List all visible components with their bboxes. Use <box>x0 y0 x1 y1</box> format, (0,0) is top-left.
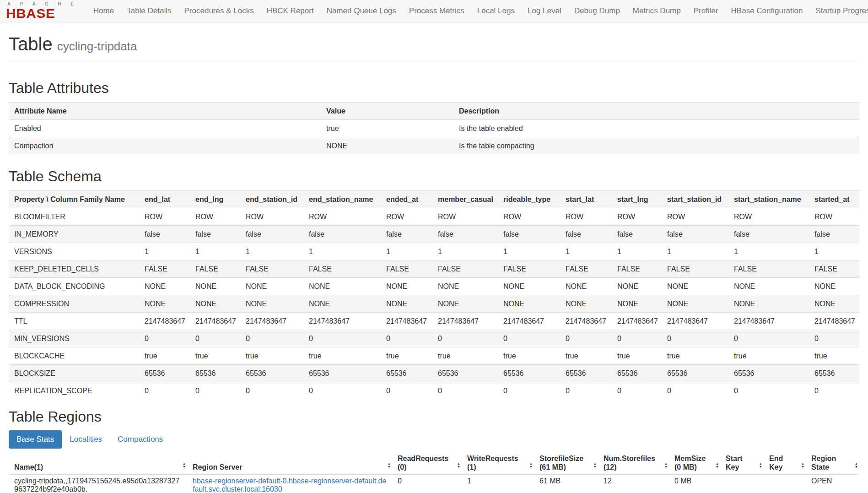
sort-icon[interactable]: ▲▼ <box>593 462 597 468</box>
table-cell: true <box>498 347 560 364</box>
table-cell: ROW <box>809 208 859 225</box>
column-header-label: Region State <box>811 455 836 471</box>
sort-icon[interactable]: ▲▼ <box>716 462 719 468</box>
column-header[interactable]: WriteRequests (1)▲▼ <box>462 452 534 475</box>
column-header[interactable]: ReadRequests (0)▲▼ <box>392 452 462 475</box>
column-header: end_lat <box>139 190 190 208</box>
table-row: IN_MEMORYfalsefalsefalsefalsefalsefalsef… <box>9 225 859 243</box>
nav-item-home[interactable]: Home <box>87 6 120 16</box>
sort-icon[interactable]: ▲▼ <box>664 462 668 468</box>
table-cell: ROW <box>728 208 809 225</box>
table-cell: Compaction <box>9 137 321 154</box>
table-cell: Is the table compacting <box>453 137 859 154</box>
column-header[interactable]: End Key▲▼ <box>764 452 806 475</box>
column-header[interactable]: Start Key▲▼ <box>720 452 764 475</box>
column-header: Value <box>321 102 453 119</box>
table-cell: 0 <box>240 382 303 399</box>
region-name: cycling-tripdata,,1719475156245.e95d0a13… <box>9 475 187 493</box>
table-cell: 2147483647 <box>728 312 809 330</box>
table-cell: 1 <box>662 243 728 260</box>
sort-icon[interactable]: ▲▼ <box>759 462 762 468</box>
column-header: start_station_id <box>662 190 728 208</box>
nav-item-procedures-locks[interactable]: Procedures & Locks <box>178 6 260 16</box>
nav-item-startup-progress[interactable]: Startup Progress <box>809 6 868 16</box>
table-cell: 0 <box>728 330 809 347</box>
column-header-label: ReadRequests (0) <box>398 455 448 471</box>
sort-icon[interactable]: ▲▼ <box>855 462 858 468</box>
top-navbar: A P A C H E HBASE Home Table Details Pro… <box>0 0 868 22</box>
table-cell: 1 <box>432 243 498 260</box>
column-header[interactable]: Name(1)▲▼ <box>9 452 187 475</box>
table-cell: 2147483647 <box>560 312 612 330</box>
table-cell: NONE <box>190 295 240 312</box>
table-cell: NONE <box>728 277 809 295</box>
column-header[interactable]: MemSize (0 MB)▲▼ <box>669 452 720 475</box>
hbase-logo-text: HBASE <box>6 7 78 20</box>
table-cell: COMPRESSION <box>9 295 139 312</box>
tab-base-stats[interactable]: Base Stats <box>9 430 62 449</box>
page-title: Tablecycling-tripdata <box>9 33 859 54</box>
table-cell: ROW <box>303 208 381 225</box>
table-cell: false <box>560 225 612 243</box>
table-cell: 65536 <box>809 364 859 382</box>
table-cell: BLOCKCACHE <box>9 347 139 364</box>
column-header[interactable]: Region Server▲▼ <box>187 452 392 475</box>
table-cell: NONE <box>560 295 612 312</box>
column-header[interactable]: StorefileSize (61 MB)▲▼ <box>534 452 598 475</box>
hbase-logo[interactable]: A P A C H E HBASE <box>6 2 78 21</box>
nav-item-local-logs[interactable]: Local Logs <box>471 6 521 16</box>
table-row: EnabledtrueIs the table enabled <box>9 119 859 137</box>
table-cell: 0 <box>560 382 612 399</box>
table-cell: ROW <box>240 208 303 225</box>
sort-icon[interactable]: ▲▼ <box>529 462 533 468</box>
table-cell: NONE <box>381 295 432 312</box>
sort-icon[interactable]: ▲▼ <box>457 462 460 468</box>
table-cell: false <box>809 225 859 243</box>
nav-item-log-level[interactable]: Log Level <box>521 6 568 16</box>
table-cell: 0 <box>498 330 560 347</box>
nav-item-metrics-dump[interactable]: Metrics Dump <box>626 6 687 16</box>
table-cell: TTL <box>9 312 139 330</box>
table-cell: 0 <box>139 330 190 347</box>
table-cell: true <box>190 347 240 364</box>
attributes-table: Attribute NameValueDescription Enabledtr… <box>9 102 859 154</box>
nav-item-table-details[interactable]: Table Details <box>120 6 178 16</box>
table-row: COMPRESSIONNONENONENONENONENONENONENONEN… <box>9 295 859 312</box>
schema-header-row: Property \ Column Family Nameend_latend_… <box>9 190 859 208</box>
sort-icon[interactable]: ▲▼ <box>388 462 391 468</box>
column-header[interactable]: Region State▲▼ <box>806 452 859 475</box>
table-row: VERSIONS111111111111 <box>9 243 859 260</box>
table-cell: 2147483647 <box>662 312 728 330</box>
table-cell: 2147483647 <box>432 312 498 330</box>
table-cell: Is the table enabled <box>453 119 859 137</box>
nav-item-hbase-configuration[interactable]: HBase Configuration <box>725 6 809 16</box>
nav-item-process-metrics[interactable]: Process Metrics <box>403 6 471 16</box>
table-cell: 1 <box>190 243 240 260</box>
nav-item-hbck-report[interactable]: HBCK Report <box>260 6 320 16</box>
nav-item-named-queue-logs[interactable]: Named Queue Logs <box>320 6 403 16</box>
tab-localities[interactable]: Localities <box>62 430 110 449</box>
column-header: start_lat <box>560 190 612 208</box>
table-cell: NONE <box>240 295 303 312</box>
column-header: member_casual <box>432 190 498 208</box>
table-cell: VERSIONS <box>9 243 139 260</box>
column-header-label: End Key <box>769 455 783 471</box>
table-cell: ROW <box>560 208 612 225</box>
table-cell: 0 <box>190 382 240 399</box>
table-cell: NONE <box>432 277 498 295</box>
table-cell: NONE <box>321 137 453 154</box>
region-server-link[interactable]: hbase-regionserver-default-0.hbase-regio… <box>193 477 386 493</box>
nav-item-debug-dump[interactable]: Debug Dump <box>568 6 626 16</box>
table-cell: 65536 <box>560 364 612 382</box>
nav-item-profiler[interactable]: Profiler <box>687 6 725 16</box>
regions-table: Name(1)▲▼Region Server▲▼ReadRequests (0)… <box>9 452 859 493</box>
column-header: end_station_name <box>303 190 381 208</box>
attributes-header-row: Attribute NameValueDescription <box>9 102 859 119</box>
table-cell: 1 <box>139 243 190 260</box>
column-header[interactable]: Num.Storefiles (12)▲▼ <box>598 452 669 475</box>
sort-icon[interactable]: ▲▼ <box>183 462 186 468</box>
table-cell: true <box>728 347 809 364</box>
sort-icon[interactable]: ▲▼ <box>801 462 804 468</box>
table-cell: ROW <box>381 208 432 225</box>
tab-compactions[interactable]: Compactions <box>110 430 171 449</box>
